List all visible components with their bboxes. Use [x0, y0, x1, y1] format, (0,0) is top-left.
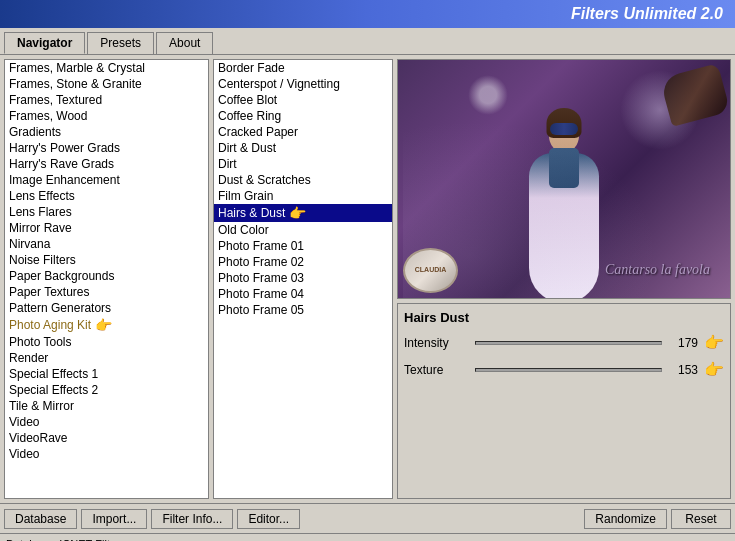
- left-item-20[interactable]: Special Effects 2: [5, 382, 208, 398]
- left-item-4[interactable]: Gradients: [5, 124, 208, 140]
- left-item-12[interactable]: Noise Filters: [5, 252, 208, 268]
- left-item-18[interactable]: Render: [5, 350, 208, 366]
- left-item-21[interactable]: Tile & Mirror: [5, 398, 208, 414]
- preview-watermark: Cantarso la favola: [605, 261, 710, 278]
- left-item-23[interactable]: VideoRave: [5, 430, 208, 446]
- preview-image: CLAUDIA Cantarso la favola: [397, 59, 731, 299]
- filter-item-6[interactable]: Dirt: [214, 156, 392, 172]
- left-item-7[interactable]: Image Enhancement: [5, 172, 208, 188]
- logo-circle: CLAUDIA: [403, 248, 458, 293]
- filter-item-8[interactable]: Film Grain: [214, 188, 392, 204]
- left-item-2[interactable]: Frames, Textured: [5, 92, 208, 108]
- intensity-slider[interactable]: [475, 341, 662, 345]
- left-item-5[interactable]: Harry's Power Grads: [5, 140, 208, 156]
- texture-value: 153: [668, 363, 698, 377]
- left-item-0[interactable]: Frames, Marble & Crystal: [5, 60, 208, 76]
- hand-cursor-icon: 👉: [95, 317, 112, 333]
- texture-arrow-icon: 👉: [704, 360, 724, 379]
- left-item-22[interactable]: Video: [5, 414, 208, 430]
- editor-button[interactable]: Editor...: [237, 509, 300, 529]
- tab-about[interactable]: About: [156, 32, 213, 54]
- app-title: Filters Unlimited 2.0: [571, 5, 723, 23]
- filter-name-label: Hairs Dust: [404, 310, 724, 325]
- left-item-3[interactable]: Frames, Wood: [5, 108, 208, 124]
- filter-item-13[interactable]: Photo Frame 03: [214, 270, 392, 286]
- filter-item-15[interactable]: Photo Frame 05: [214, 302, 392, 318]
- filter-item-7[interactable]: Dust & Scratches: [214, 172, 392, 188]
- randomize-button[interactable]: Randomize: [584, 509, 667, 529]
- controls-panel: Hairs Dust Intensity 179 👉 Texture 153 👉: [397, 303, 731, 499]
- texture-slider[interactable]: [475, 368, 662, 372]
- filter-info-button[interactable]: Filter Info...: [151, 509, 233, 529]
- left-item-13[interactable]: Paper Backgrounds: [5, 268, 208, 284]
- hand-cursor-middle-icon: 👉: [289, 205, 306, 221]
- texture-label: Texture: [404, 363, 469, 377]
- intensity-row: Intensity 179 👉: [404, 333, 724, 352]
- reset-button[interactable]: Reset: [671, 509, 731, 529]
- filter-item-12[interactable]: Photo Frame 02: [214, 254, 392, 270]
- bottom-toolbar: Database Import... Filter Info... Editor…: [0, 503, 735, 533]
- content-area: Frames, Marble & Crystal Frames, Stone &…: [0, 55, 735, 503]
- left-panel[interactable]: Frames, Marble & Crystal Frames, Stone &…: [4, 59, 209, 499]
- database-status: Database: ICNET-Filters: [6, 537, 458, 541]
- left-item-17[interactable]: Photo Tools: [5, 334, 208, 350]
- left-item-photo-aging[interactable]: Photo Aging Kit 👉: [5, 316, 208, 334]
- left-item-6[interactable]: Harry's Rave Grads: [5, 156, 208, 172]
- right-panel: CLAUDIA Cantarso la favola Hairs Dust In…: [397, 59, 731, 499]
- filter-item-hairs-dust[interactable]: Hairs & Dust 👉: [214, 204, 392, 222]
- left-item-14[interactable]: Paper Textures: [5, 284, 208, 300]
- middle-panel[interactable]: Border Fade Centerspot / Vignetting Coff…: [213, 59, 393, 499]
- intensity-label: Intensity: [404, 336, 469, 350]
- left-item-8[interactable]: Lens Effects: [5, 188, 208, 204]
- title-bar: Filters Unlimited 2.0: [0, 0, 735, 28]
- filter-item-14[interactable]: Photo Frame 04: [214, 286, 392, 302]
- action-buttons-area: 👉 Apply Cancel Help: [464, 534, 735, 541]
- filter-item-10[interactable]: Old Color: [214, 222, 392, 238]
- filter-item-11[interactable]: Photo Frame 01: [214, 238, 392, 254]
- filter-item-5[interactable]: Dirt & Dust: [214, 140, 392, 156]
- left-item-24[interactable]: Video: [5, 446, 208, 462]
- tabs-bar: Navigator Presets About: [0, 28, 735, 55]
- filter-item-4[interactable]: Cracked Paper: [214, 124, 392, 140]
- filter-item-1[interactable]: Centerspot / Vignetting: [214, 76, 392, 92]
- filter-item-3[interactable]: Coffee Ring: [214, 108, 392, 124]
- import-button[interactable]: Import...: [81, 509, 147, 529]
- texture-row: Texture 153 👉: [404, 360, 724, 379]
- status-area: Database: ICNET-Filters Filters: 2040: [0, 534, 464, 541]
- left-item-1[interactable]: Frames, Stone & Granite: [5, 76, 208, 92]
- intensity-arrow-icon: 👉: [704, 333, 724, 352]
- bottom-bar: Database: ICNET-Filters Filters: 2040 👉 …: [0, 533, 735, 541]
- database-button[interactable]: Database: [4, 509, 77, 529]
- left-item-11[interactable]: Nirvana: [5, 236, 208, 252]
- filter-item-0[interactable]: Border Fade: [214, 60, 392, 76]
- left-item-10[interactable]: Mirror Rave: [5, 220, 208, 236]
- tab-navigator[interactable]: Navigator: [4, 32, 85, 54]
- filter-item-2[interactable]: Coffee Blot: [214, 92, 392, 108]
- tab-presets[interactable]: Presets: [87, 32, 154, 54]
- left-item-15[interactable]: Pattern Generators: [5, 300, 208, 316]
- intensity-value: 179: [668, 336, 698, 350]
- left-item-19[interactable]: Special Effects 1: [5, 366, 208, 382]
- left-item-9[interactable]: Lens Flares: [5, 204, 208, 220]
